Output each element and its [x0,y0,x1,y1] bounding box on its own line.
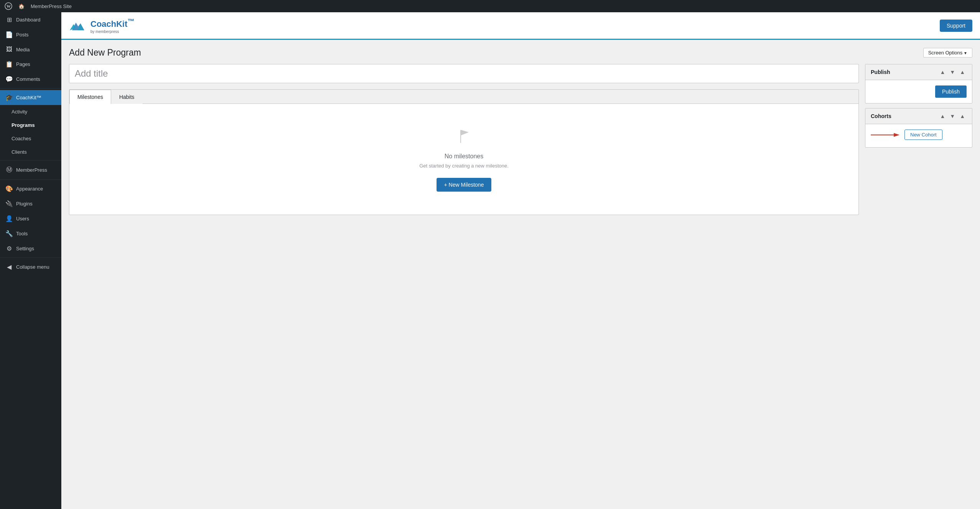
sidebar-item-tools[interactable]: 🔧 Tools [0,226,61,241]
logo-by: by memberpress [90,30,135,34]
tabs-container: Milestones Habits No milestones [69,89,859,215]
media-icon: 🖼 [5,46,13,53]
home-icon: 🏠 [18,3,25,9]
collapse-icon: ◀ [5,263,13,271]
dashboard-icon: ⊞ [5,16,13,23]
sidebar-item-memberpress[interactable]: Ⓜ MemberPress [0,162,61,178]
divider-1 [0,88,61,89]
red-arrow [871,131,901,139]
settings-icon: ⚙ [5,245,13,252]
editor-layout: Milestones Habits No milestones [69,64,972,215]
empty-milestones-title: No milestones [445,153,483,160]
new-milestone-button[interactable]: + New Milestone [437,178,492,192]
cohorts-box-close[interactable]: ▲ [958,112,967,120]
flag-icon [455,127,473,147]
wp-logo-item[interactable]: W [5,2,12,10]
cohorts-box-header: Cohorts ▲ ▼ ▲ [865,108,972,124]
main-layout: ⊞ Dashboard 📄 Posts 🖼 Media 📋 Pages 💬 Co… [0,12,980,509]
admin-bar: W 🏠 MemberPress Site [0,0,980,12]
tab-habits[interactable]: Habits [111,90,143,104]
sidebar-item-programs[interactable]: Programs [0,118,61,132]
publish-box-header: Publish ▲ ▼ ▲ [865,64,972,80]
logo-svg [69,16,87,35]
sidebar-item-pages[interactable]: 📋 Pages [0,57,61,72]
cohorts-box-controls: ▲ ▼ ▲ [938,112,967,120]
memberpress-icon: Ⓜ [5,166,13,174]
coachkit-submenu: Activity Programs Coaches Clients [0,105,61,159]
screen-options-button[interactable]: Screen Options [923,48,972,57]
publish-box-controls: ▲ ▼ ▲ [938,68,967,76]
coachkit-logo: CoachKit™ by memberpress [69,16,135,35]
sidebar-item-activity[interactable]: Activity [0,105,61,118]
cohorts-box: Cohorts ▲ ▼ ▲ [865,108,972,148]
content-area: CoachKit™ by memberpress Support Add New… [61,12,980,509]
coachkit-header: CoachKit™ by memberpress Support [61,12,980,40]
sidebar-item-coaches[interactable]: Coaches [0,132,61,145]
cohorts-box-collapse-up[interactable]: ▲ [938,112,947,120]
plugins-icon: 🔌 [5,200,13,207]
page-content: Add New Program Screen Options Milestone… [61,40,980,509]
sidebar-item-users[interactable]: 👤 Users [0,211,61,226]
cohorts-box-title: Cohorts [871,113,891,119]
sidebar-item-media[interactable]: 🖼 Media [0,42,61,57]
publish-box-close[interactable]: ▲ [958,68,967,76]
sidebar: ⊞ Dashboard 📄 Posts 🖼 Media 📋 Pages 💬 Co… [0,12,61,509]
editor-sidebar: Publish ▲ ▼ ▲ Publish [865,64,972,148]
users-icon: 👤 [5,215,13,222]
tabs-header: Milestones Habits [69,90,859,104]
milestones-tab-content: No milestones Get started by creating a … [69,104,859,215]
publish-button[interactable]: Publish [935,85,967,98]
svg-text:W: W [7,4,11,8]
divider-2 [0,160,61,161]
sidebar-item-settings[interactable]: ⚙ Settings [0,241,61,256]
cohorts-box-collapse-down[interactable]: ▼ [948,112,957,120]
publish-box-body: Publish [865,80,972,103]
editor-main: Milestones Habits No milestones [69,64,859,215]
title-input[interactable] [69,64,859,83]
sidebar-item-appearance[interactable]: 🎨 Appearance [0,181,61,196]
publish-box: Publish ▲ ▼ ▲ Publish [865,64,972,103]
publish-box-title: Publish [871,69,890,75]
sidebar-item-collapse[interactable]: ◀ Collapse menu [0,259,61,274]
posts-icon: 📄 [5,31,13,38]
logo-text: CoachKit™ by memberpress [90,17,135,33]
pages-icon: 📋 [5,61,13,68]
sidebar-item-dashboard[interactable]: ⊞ Dashboard [0,12,61,27]
svg-marker-7 [894,133,900,137]
publish-box-collapse-up[interactable]: ▲ [938,68,947,76]
publish-box-collapse-down[interactable]: ▼ [948,68,957,76]
divider-3 [0,179,61,180]
logo-name: CoachKit™ [90,17,135,29]
support-button[interactable]: Support [940,20,972,32]
new-cohort-button[interactable]: New Cohort [904,130,942,140]
svg-rect-5 [460,130,461,143]
comments-icon: 💬 [5,76,13,83]
page-header-row: Add New Program Screen Options [69,48,972,58]
sidebar-item-plugins[interactable]: 🔌 Plugins [0,196,61,211]
page-title: Add New Program [69,48,141,58]
wp-icon: W [5,2,12,10]
empty-milestones-desc: Get started by creating a new milestone. [419,163,509,169]
tools-icon: 🔧 [5,230,13,237]
sidebar-item-posts[interactable]: 📄 Posts [0,27,61,42]
sidebar-item-clients[interactable]: Clients [0,145,61,159]
coachkit-icon: 🎓 [5,94,13,101]
tab-milestones[interactable]: Milestones [69,90,111,104]
sidebar-item-coachkit[interactable]: 🎓 CoachKit™ [0,90,61,105]
divider-4 [0,258,61,258]
cohorts-box-body: New Cohort [865,124,972,147]
sidebar-item-comments[interactable]: 💬 Comments [0,72,61,87]
appearance-icon: 🎨 [5,185,13,192]
arrow-annotation: New Cohort [871,130,967,140]
site-name[interactable]: MemberPress Site [31,3,72,9]
home-icon-item[interactable]: 🏠 [18,3,25,9]
